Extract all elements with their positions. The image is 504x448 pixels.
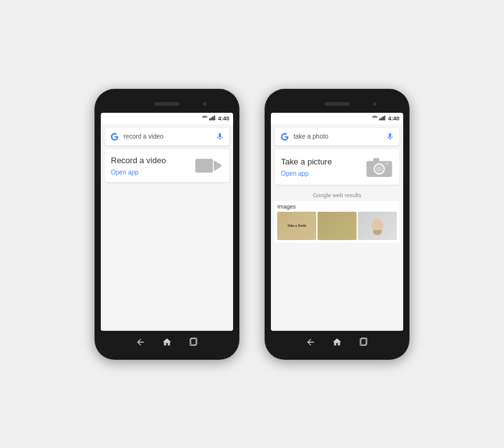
svg-rect-2: [212, 117, 214, 120]
recents-button-1[interactable]: [188, 337, 198, 347]
svg-rect-11: [384, 115, 385, 120]
status-icons-1: 4:40: [202, 115, 229, 122]
mic-icon-2[interactable]: [386, 132, 394, 141]
open-app-link-1[interactable]: Open app: [111, 169, 166, 176]
images-label: Images: [277, 204, 397, 210]
result-left-2: Take a picture Open app: [281, 157, 332, 177]
image-thumb-2[interactable]: [318, 212, 357, 240]
signal-bars-icon-2: [379, 115, 386, 122]
video-camera-icon: [195, 156, 223, 176]
signal-bars-icon: [209, 115, 215, 122]
svg-rect-3: [214, 115, 215, 120]
web-results-label: Google web results: [275, 192, 399, 198]
svg-rect-0: [209, 118, 210, 120]
search-query-2: take a photo: [294, 133, 382, 140]
phone-body-1: 4:40 record a video Record a video Open …: [94, 89, 239, 360]
svg-rect-15: [374, 158, 379, 161]
search-query-1: record a video: [123, 133, 212, 140]
result-card-2: Take a picture Open app: [275, 149, 399, 185]
wifi-signal-icon-2: [372, 115, 378, 122]
time-display-2: 4:40: [388, 115, 399, 122]
phone-1: 4:40 record a video Record a video Open …: [94, 89, 239, 360]
mic-icon-1[interactable]: [215, 132, 224, 141]
open-app-link-2[interactable]: Open app: [281, 170, 332, 177]
result-title-2: Take a picture: [281, 157, 332, 166]
phone-top-1: [101, 95, 233, 113]
back-button-1[interactable]: [135, 337, 146, 347]
image-thumb-1[interactable]: Take a Smile: [277, 212, 316, 240]
web-results-section: Google web results Images Take a Smile: [271, 188, 403, 331]
camera-icon: [365, 156, 393, 178]
time-display-1: 4:40: [218, 115, 229, 122]
status-icons-2: 4:40: [372, 115, 399, 122]
search-bar-1[interactable]: record a video: [105, 128, 229, 146]
phone-2: 4:40 take a photo Take a picture Open ap…: [265, 89, 410, 360]
back-button-2[interactable]: [306, 337, 316, 347]
images-section: Images Take a Smile: [275, 201, 399, 243]
phone-top-2: [271, 95, 403, 113]
svg-rect-4: [195, 159, 213, 173]
home-button-2[interactable]: [332, 337, 342, 347]
front-camera-icon-1: [203, 102, 207, 106]
front-camera-icon-2: [373, 102, 377, 106]
recents-button-2[interactable]: [358, 337, 369, 347]
speaker-2: [324, 102, 350, 106]
status-bar-1: 4:40: [101, 113, 233, 124]
images-row: Take a Smile: [277, 212, 397, 240]
svg-point-16: [386, 162, 388, 164]
result-title-1: Record a video: [111, 156, 166, 165]
speaker-1: [154, 102, 180, 106]
image-thumb-3[interactable]: [358, 212, 397, 240]
svg-marker-5: [214, 160, 221, 171]
svg-point-14: [376, 166, 382, 171]
status-bar-2: 4:40: [271, 113, 403, 124]
phone-body-2: 4:40 take a photo Take a picture Open ap…: [265, 89, 410, 360]
google-logo-1: [110, 132, 120, 142]
svg-rect-9: [381, 117, 382, 120]
wifi-signal-icon: [202, 115, 208, 122]
screen-1: 4:40 record a video Record a video Open …: [101, 113, 233, 331]
svg-rect-1: [210, 117, 212, 120]
google-logo-2: [280, 132, 290, 142]
empty-area-1: [101, 186, 233, 331]
thumb-text-1: Take a Smile: [286, 222, 307, 229]
home-button-1[interactable]: [162, 337, 172, 347]
bottom-nav-2: [271, 331, 403, 353]
result-left-1: Record a video Open app: [111, 156, 166, 176]
svg-rect-8: [379, 118, 381, 120]
bottom-nav-1: [101, 331, 233, 353]
search-bar-2[interactable]: take a photo: [275, 128, 399, 146]
svg-rect-10: [382, 117, 384, 120]
result-card-1: Record a video Open app: [105, 149, 229, 182]
screen-2: 4:40 take a photo Take a picture Open ap…: [271, 113, 403, 331]
